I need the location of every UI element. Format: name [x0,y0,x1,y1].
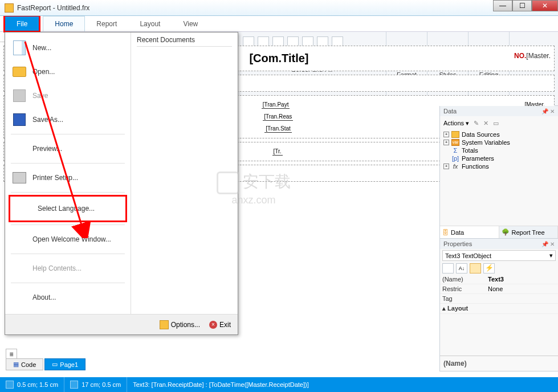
close-button[interactable]: ✕ [532,0,558,11]
tree-data-sources[interactable]: +Data Sources [443,130,555,138]
app-icon [5,3,14,13]
no-label[interactable]: NO. [514,52,526,60]
save-icon [13,89,26,102]
status-bar: 0.5 cm; 1.5 cm 17 cm; 0.5 cm Text3: [Tra… [0,377,558,392]
menu-open[interactable]: Open... [5,60,131,84]
panel-tab-report-tree[interactable]: 🌳Report Tree [499,226,559,238]
variables-icon: var [451,139,459,146]
actions-dropdown[interactable]: Actions ▾ [443,120,469,127]
menu-printer-setup[interactable]: Printer Setup... [5,166,131,190]
properties-selector[interactable]: Text3 TextObject▾ [442,250,556,261]
tab-layout[interactable]: Layout [128,16,172,31]
status-selection: Text3: [Tran.ReceiptDate] : [ToDateTime(… [133,381,309,388]
file-menu: New... Open... Save Save As... Preview..… [5,32,238,335]
delete-icon[interactable]: ✕ [483,120,488,127]
tab-file[interactable]: File [3,15,40,32]
events-icon[interactable]: ⚡ [483,263,495,273]
tab-report[interactable]: Report [85,16,128,31]
menu-help[interactable]: Help Contents... [5,256,131,280]
title-text[interactable]: [Com.Title] [249,52,308,64]
parameters-icon: [p] [451,155,459,162]
tree-system-variables[interactable]: +varSystem Variables [443,138,555,146]
tab-home[interactable]: Home [43,16,85,31]
menu-new[interactable]: New... [5,36,131,60]
prop-tag-label: Tag [440,294,486,303]
exit-button[interactable]: ×Exit [209,321,231,329]
properties-page-icon[interactable] [470,263,481,273]
totals-icon: Σ [451,147,459,154]
alphabetical-icon[interactable]: A↓ [456,263,467,273]
document-icon [13,40,26,55]
code-icon: ▦ [13,361,19,368]
tab-view[interactable]: View [172,16,209,31]
prop-name-value[interactable]: Text3 [486,275,558,284]
no-field[interactable]: [Master. [526,52,551,60]
menu-preview[interactable]: Preview... [5,137,131,161]
menu-save[interactable]: Save [5,84,131,108]
printer-icon [13,172,26,183]
view-icon[interactable]: ▭ [493,120,499,127]
doc-tab-page1[interactable]: ▭Page1 [44,358,85,370]
size-icon [70,381,78,389]
options-button[interactable]: Options... [160,320,200,329]
recent-documents-header: Recent Documents [137,36,232,47]
menu-select-language[interactable]: Select Language... [9,195,127,222]
status-position: 0.5 cm; 1.5 cm [17,381,58,388]
functions-icon: fx [451,163,459,170]
prop-restrict-label: Restric [440,284,486,293]
prop-tag-value[interactable] [486,294,558,303]
prop-restrict-value[interactable]: None [486,284,558,293]
window-title: FastReport - Untitled.frx [17,4,89,12]
pin-icon[interactable]: 📌 ✕ [541,108,555,115]
properties-panel-title: Properties [443,240,472,247]
page-icon: ▭ [52,361,58,368]
doc-tab-code[interactable]: ▦Code [6,358,43,370]
save-as-icon [13,113,26,126]
exit-icon: × [209,321,217,329]
folder-icon [13,67,26,77]
prop-name-label: (Name) [440,275,486,284]
tree-icon: 🌳 [502,228,510,236]
menu-about[interactable]: About... [5,285,131,309]
minimize-button[interactable]: — [493,0,512,11]
maximize-button[interactable]: ☐ [512,0,532,11]
tree-totals[interactable]: ΣTotals [443,146,555,154]
edit-icon[interactable]: ✎ [474,120,479,127]
status-size: 17 cm; 0.5 cm [82,381,121,388]
datasource-icon [451,131,459,138]
categorized-icon[interactable] [442,263,454,273]
panel-tab-data[interactable]: 🗄Data [440,226,499,238]
menu-save-as[interactable]: Save As... [5,108,131,132]
tree-parameters[interactable]: [p]Parameters [443,154,555,162]
database-icon: 🗄 [442,229,449,236]
options-icon [160,320,169,329]
position-icon [6,381,14,389]
properties-description: (Name) [440,356,558,371]
data-panel-title: Data [443,108,457,115]
menu-open-welcome[interactable]: Open Welcome Window... [5,227,131,251]
pin-icon[interactable]: 📌 ✕ [541,241,555,247]
tree-functions[interactable]: +fxFunctions [443,162,555,170]
prop-layout-category[interactable]: ▴ Layout [440,304,486,313]
